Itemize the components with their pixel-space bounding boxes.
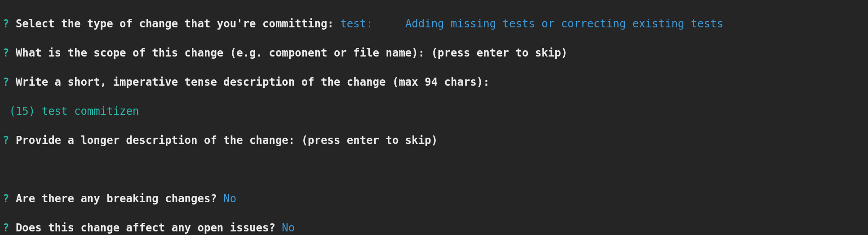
- prompt-type-label: Select the type of change that you're co…: [16, 17, 334, 30]
- prompt-long-label: Provide a longer description of the chan…: [16, 134, 438, 147]
- question-mark-icon: ?: [3, 76, 9, 88]
- question-mark-icon: ?: [3, 17, 9, 30]
- prompt-scope-line: ? What is the scope of this change (e.g.…: [3, 46, 865, 61]
- prompt-type-desc: Adding missing tests or correcting exist…: [405, 17, 723, 30]
- prompt-type-line: ? Select the type of change that you're …: [3, 17, 865, 31]
- question-mark-icon: ?: [3, 134, 9, 147]
- short-desc-value: test commitizen: [42, 105, 139, 118]
- blank-line: [3, 162, 865, 177]
- prompt-issues-line: ? Does this change affect any open issue…: [3, 221, 865, 235]
- prompt-scope-label: What is the scope of this change (e.g. c…: [16, 47, 567, 59]
- prompt-issues-label: Does this change affect any open issues?: [16, 222, 275, 234]
- short-char-count: (15): [9, 105, 35, 118]
- question-mark-icon: ?: [3, 192, 9, 205]
- prompt-long-line: ? Provide a longer description of the ch…: [3, 133, 865, 148]
- prompt-short-answer: (15) test commitizen: [3, 104, 865, 119]
- prompt-issues-value: No: [282, 222, 295, 234]
- prompt-short-line: ? Write a short, imperative tense descri…: [3, 75, 865, 90]
- prompt-breaking-label: Are there any breaking changes?: [16, 192, 217, 205]
- prompt-short-label: Write a short, imperative tense descript…: [16, 76, 490, 88]
- question-mark-icon: ?: [3, 47, 9, 59]
- question-mark-icon: ?: [3, 222, 9, 234]
- prompt-breaking-value: No: [223, 192, 236, 205]
- terminal-output: ? Select the type of change that you're …: [0, 0, 868, 235]
- prompt-type-value: test:: [340, 17, 372, 30]
- prompt-breaking-line: ? Are there any breaking changes? No: [3, 191, 865, 206]
